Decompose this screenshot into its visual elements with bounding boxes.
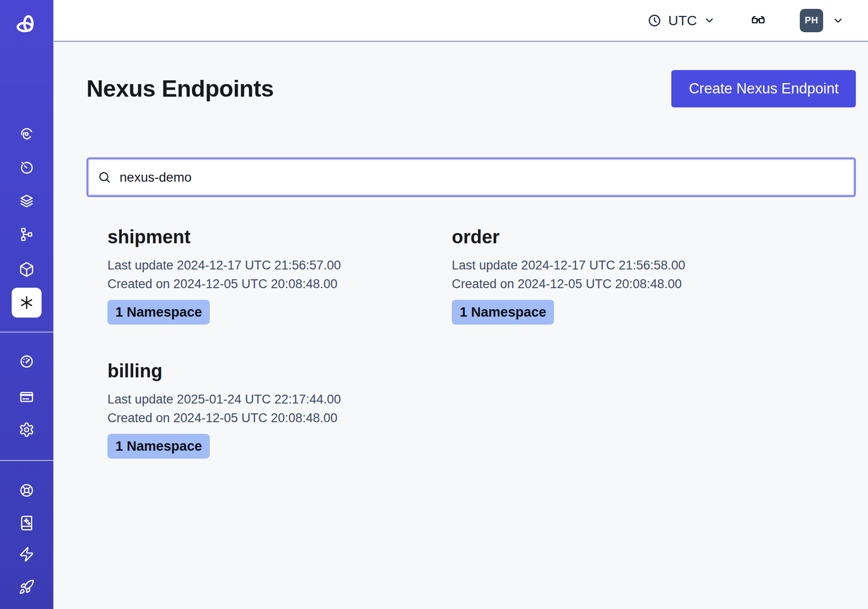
sidebar-item-usage[interactable] <box>12 347 42 376</box>
endpoint-last-update: Last update 2024-12-17 UTC 21:56:57.00 <box>107 256 431 275</box>
sidebar-divider <box>0 332 53 333</box>
getting-started-rocket-icon <box>19 579 35 595</box>
chevron-down-icon <box>703 14 716 27</box>
endpoint-name: order <box>452 227 775 248</box>
deployments-icon <box>19 193 35 209</box>
namespace-count-badge: 1 Namespace <box>107 434 210 459</box>
endpoint-name: shipment <box>107 227 431 248</box>
user-menu[interactable]: PH <box>800 9 845 32</box>
namespaces-icon <box>19 262 35 277</box>
sidebar-item-deployments[interactable] <box>12 186 42 216</box>
page-title: Nexus Endpoints <box>86 75 274 102</box>
workflows-icon <box>19 126 35 142</box>
docs-book-icon <box>19 515 35 531</box>
endpoint-search-box <box>86 157 856 197</box>
endpoint-card[interactable]: billing Last update 2025-01-24 UTC 22:17… <box>86 361 431 459</box>
support-lifebuoy-icon <box>19 482 35 498</box>
glasses-icon <box>749 12 767 29</box>
endpoint-search-input[interactable] <box>119 170 845 185</box>
settings-gear-icon <box>19 422 35 438</box>
main-content: Nexus Endpoints Create Nexus Endpoint sh… <box>54 42 868 609</box>
sidebar-divider <box>0 460 53 461</box>
sidebar-item-batch-operations[interactable] <box>12 220 42 249</box>
billing-card-icon <box>19 389 35 405</box>
create-nexus-endpoint-button[interactable]: Create Nexus Endpoint <box>671 70 856 107</box>
top-bar: UTC PH <box>54 0 868 42</box>
timezone-label: UTC <box>668 13 697 28</box>
labs-toggle-button[interactable] <box>749 12 767 29</box>
endpoint-created-on: Created on 2024-12-05 UTC 20:08:48.00 <box>452 275 775 293</box>
sidebar-item-getting-started[interactable] <box>12 572 42 602</box>
sidebar-item-billing[interactable] <box>12 382 42 412</box>
endpoint-card[interactable]: order Last update 2024-12-17 UTC 21:56:5… <box>431 227 775 325</box>
sidebar-item-docs[interactable] <box>12 508 42 538</box>
avatar: PH <box>800 9 823 32</box>
sidebar-item-support[interactable] <box>12 475 42 505</box>
chevron-down-icon <box>832 14 845 27</box>
schedules-icon <box>19 159 35 175</box>
sidebar-item-schedules[interactable] <box>12 152 42 182</box>
page-header-row: Nexus Endpoints Create Nexus Endpoint <box>86 65 856 112</box>
search-icon <box>97 170 112 184</box>
endpoint-name: billing <box>107 361 431 382</box>
usage-gauge-icon <box>19 354 35 369</box>
nexus-icon <box>18 294 36 312</box>
endpoint-card-grid: shipment Last update 2024-12-17 UTC 21:5… <box>86 227 856 495</box>
namespace-count-badge: 1 Namespace <box>452 300 554 325</box>
sidebar-item-workflows[interactable] <box>12 119 42 149</box>
timezone-picker[interactable]: UTC <box>647 13 716 28</box>
sidebar-item-nexus-active[interactable] <box>12 288 42 318</box>
sidebar <box>0 0 54 609</box>
endpoint-card[interactable]: shipment Last update 2024-12-17 UTC 21:5… <box>86 227 431 325</box>
endpoint-created-on: Created on 2024-12-05 UTC 20:08:48.00 <box>107 409 431 427</box>
sidebar-item-settings[interactable] <box>12 415 42 445</box>
endpoint-last-update: Last update 2024-12-17 UTC 21:56:58.00 <box>452 256 775 275</box>
clock-icon <box>647 13 662 28</box>
app-window: UTC PH Nexus Endpoints Create Nexu <box>0 0 868 609</box>
sidebar-item-feedback[interactable] <box>12 539 42 569</box>
namespace-count-badge: 1 Namespace <box>107 300 210 325</box>
endpoint-last-update: Last update 2025-01-24 UTC 22:17:44.00 <box>107 390 431 409</box>
temporal-logo[interactable] <box>0 13 53 37</box>
sidebar-item-namespaces[interactable] <box>12 255 42 284</box>
batch-operations-icon <box>19 227 35 242</box>
endpoint-created-on: Created on 2024-12-05 UTC 20:08:48.00 <box>107 275 431 293</box>
feedback-zap-icon <box>19 546 35 562</box>
